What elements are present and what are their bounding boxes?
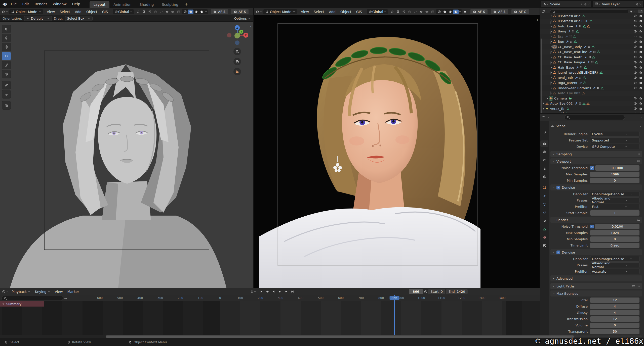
- play-reverse-button[interactable]: [271, 289, 276, 294]
- proportional-editing-button[interactable]: [407, 10, 412, 14]
- visibility-toggle-icon[interactable]: [633, 19, 637, 23]
- transform-orientation-dropdown[interactable]: Global: [367, 9, 388, 14]
- disclosure-triangle-icon[interactable]: [550, 20, 553, 22]
- pivot-point-button[interactable]: [390, 10, 395, 14]
- number-field[interactable]: 50: [590, 329, 639, 334]
- panel-grip-icon[interactable]: [637, 153, 640, 156]
- disclosure-triangle-icon[interactable]: [550, 45, 553, 48]
- disclosure-triangle-icon[interactable]: [550, 40, 553, 43]
- viewport-menu-select[interactable]: Select: [58, 9, 72, 15]
- properties-tab-data[interactable]: [541, 226, 548, 232]
- proportional-falloff-button[interactable]: [159, 10, 164, 14]
- shading-wireframe-button[interactable]: [436, 10, 442, 14]
- outliner-item-cc-base-tongue[interactable]: CC_Base_Tongue: [540, 60, 644, 65]
- properties-tab-particles[interactable]: [541, 201, 548, 208]
- tool-annotate-button[interactable]: [2, 81, 11, 89]
- preset-menu-icon[interactable]: [632, 285, 635, 288]
- panel-header-render[interactable]: Render: [550, 217, 642, 223]
- timeline-menu-marker[interactable]: Marker: [65, 289, 82, 294]
- shading-solid-button[interactable]: [188, 10, 193, 14]
- current-frame-field[interactable]: 866: [409, 289, 423, 294]
- next-keyframe-button[interactable]: [283, 289, 289, 294]
- pin-icon[interactable]: [580, 3, 583, 6]
- viewport-menu-view[interactable]: View: [45, 9, 57, 15]
- panel-header-denoise[interactable]: Denoise: [550, 184, 642, 190]
- outliner-item-camera[interactable]: Camera: [540, 96, 644, 101]
- shading-solid-button[interactable]: [442, 10, 448, 14]
- visibility-toggle-icon[interactable]: [633, 102, 637, 105]
- number-field[interactable]: 12: [590, 298, 639, 303]
- chevron-down-icon[interactable]: [459, 10, 461, 13]
- number-field[interactable]: 1024: [590, 230, 639, 235]
- timeline-ruler[interactable]: -600-500-400-300-200-1000100200300400500…: [0, 295, 540, 301]
- workspace-tab-layout[interactable]: Layout: [90, 1, 110, 8]
- orientation-dropdown[interactable]: Default: [24, 16, 52, 21]
- outliner-editor-icon[interactable]: [542, 10, 545, 14]
- viewport-solid-canvas[interactable]: Z X Y ‹: [0, 22, 253, 288]
- drag-dropdown[interactable]: Select Box: [65, 16, 93, 21]
- render-visibility-toggle-icon[interactable]: [639, 14, 642, 18]
- properties-tab-object[interactable]: [541, 184, 548, 191]
- menu-render[interactable]: Render: [32, 1, 50, 7]
- number-field[interactable]: 0.1000: [595, 165, 639, 171]
- visibility-toggle-icon[interactable]: [633, 45, 637, 48]
- render-visibility-toggle-icon[interactable]: [639, 30, 642, 33]
- close-icon[interactable]: [587, 3, 590, 6]
- dropdown-field[interactable]: Albedo and Normal: [590, 262, 639, 268]
- viewport-menu-object[interactable]: Object: [84, 9, 99, 15]
- tool-rotate-button[interactable]: [2, 52, 11, 60]
- outliner-item-cc-base-body[interactable]: CC_Base_Body: [540, 44, 644, 50]
- properties-tab-modifiers[interactable]: [541, 193, 548, 199]
- outliner-item-toga-parent[interactable]: toga_parent: [540, 80, 644, 86]
- outliner-item-cc-base-tearline[interactable]: CC_Base_TearLine: [540, 50, 644, 55]
- render-visibility-toggle-icon[interactable]: [639, 102, 642, 105]
- checkbox[interactable]: [556, 186, 560, 189]
- shading-wireframe-button[interactable]: [182, 10, 188, 14]
- properties-tab-texture[interactable]: [541, 242, 548, 249]
- outliner-item-verax-tb[interactable]: verax_tb: [540, 106, 644, 111]
- shading-material-preview-button[interactable]: [193, 10, 199, 14]
- properties-tab-physics[interactable]: [541, 209, 548, 216]
- transform-orientation-dropdown[interactable]: Global: [113, 9, 134, 14]
- proportional-falloff-button[interactable]: [413, 10, 418, 14]
- chevron-down-icon[interactable]: [640, 116, 642, 119]
- disclosure-triangle-icon[interactable]: [550, 92, 553, 94]
- autofocus-button-2[interactable]: AF-S: [491, 9, 508, 15]
- viewport-rendered-canvas[interactable]: ‹: [254, 15, 540, 288]
- frame-end-field[interactable]: End1420: [446, 289, 468, 294]
- pan-hand-button[interactable]: [233, 58, 241, 65]
- workspace-tab-shading[interactable]: Shading: [136, 1, 158, 8]
- render-visibility-toggle-icon[interactable]: [639, 107, 642, 110]
- properties-tab-scene[interactable]: [541, 165, 548, 172]
- render-visibility-toggle-icon[interactable]: [639, 40, 642, 43]
- render-visibility-toggle-icon[interactable]: [639, 50, 642, 54]
- outliner-item-03strassear-a[interactable]: 03StrassEar-a: [540, 13, 644, 19]
- visibility-toggle-icon[interactable]: [633, 50, 637, 54]
- workspace-tab-sculpting[interactable]: Sculpting: [158, 1, 182, 8]
- outliner-item-bun[interactable]: Bun: [540, 39, 644, 44]
- autofocus-button-2[interactable]: AF-S: [231, 9, 249, 15]
- copy-icon[interactable]: [584, 3, 587, 6]
- number-field[interactable]: 0.0100: [595, 224, 639, 229]
- show-overlays-button[interactable]: [424, 10, 429, 14]
- snap-target-button[interactable]: [147, 10, 152, 14]
- frame-start-field[interactable]: Start0: [428, 289, 445, 294]
- visibility-toggle-icon[interactable]: [633, 61, 637, 64]
- outliner-item-bra[interactable]: Bra: [540, 34, 644, 39]
- show-gizmos-button[interactable]: [419, 10, 424, 14]
- tool-measure-button[interactable]: [2, 90, 11, 98]
- dropdown-field[interactable]: Fast: [590, 204, 639, 209]
- mode-dropdown[interactable]: Object Mode: [9, 9, 43, 14]
- clock-icon[interactable]: [424, 290, 427, 293]
- render-visibility-toggle-icon[interactable]: [639, 81, 642, 84]
- disclosure-triangle-icon[interactable]: [550, 56, 553, 59]
- outliner-item-03strassear-a-001[interactable]: 03StrassEar-a.001: [540, 19, 644, 24]
- render-visibility-toggle-icon[interactable]: [639, 66, 642, 69]
- viewport-menu-view[interactable]: View: [299, 9, 311, 15]
- editor-type-3dview-icon[interactable]: [2, 10, 5, 14]
- snap-target-button[interactable]: [401, 10, 406, 14]
- dropdown-field[interactable]: Supported: [590, 137, 639, 143]
- dropdown-field[interactable]: Cycles: [590, 131, 639, 137]
- outliner-item-laurel-wreath-blender-[interactable]: laurel_wreath(BLENDER): [540, 70, 644, 75]
- workspace-tab-animation[interactable]: Animation: [109, 1, 135, 8]
